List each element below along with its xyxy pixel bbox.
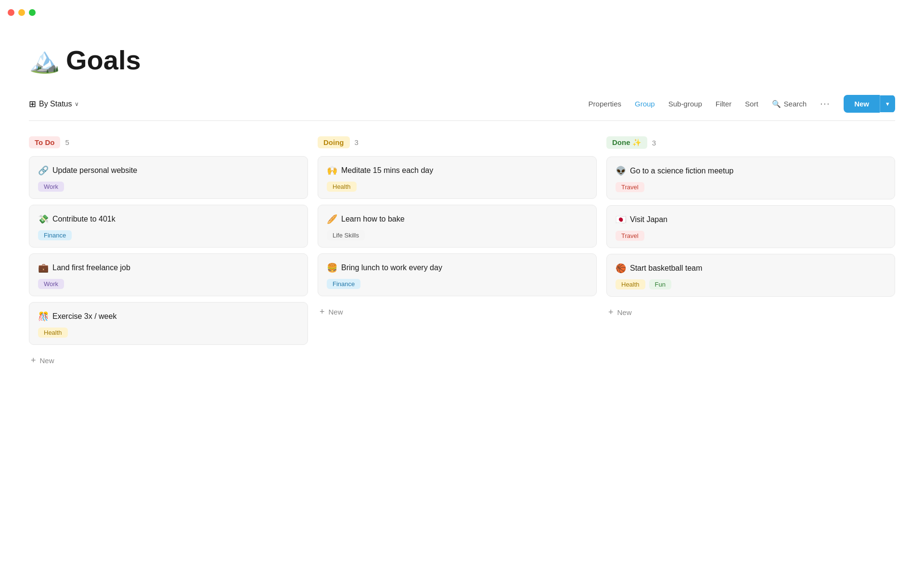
- card-title: 🙌Meditate 15 mins each day: [327, 165, 588, 176]
- card-tags: Travel: [616, 231, 886, 241]
- card-title: 🎊Exercise 3x / week: [38, 311, 299, 322]
- card-tag: Fun: [649, 279, 671, 289]
- card-emoji: 🙌: [327, 165, 337, 176]
- card[interactable]: 👽Go to a science fiction meetupTravel: [606, 157, 895, 199]
- card-tag: Travel: [616, 231, 644, 241]
- card[interactable]: 🍔Bring lunch to work every dayFinance: [318, 253, 597, 296]
- card[interactable]: 🥖Learn how to bakeLife Skills: [318, 205, 597, 248]
- card[interactable]: 🏀Start basketball teamHealthFun: [606, 254, 895, 297]
- card-tag: Finance: [38, 230, 72, 240]
- new-button-group[interactable]: New ▾: [844, 95, 895, 113]
- card-tag: Health: [38, 328, 68, 338]
- close-dot[interactable]: [8, 9, 14, 16]
- board: To Do5🔗Update personal websiteWork💸Contr…: [29, 136, 895, 370]
- column-count-todo: 5: [65, 138, 69, 146]
- group-button[interactable]: Group: [635, 100, 655, 108]
- card-emoji: 💸: [38, 214, 49, 224]
- card[interactable]: 💼Land first freelance jobWork: [29, 253, 308, 296]
- subgroup-button[interactable]: Sub-group: [668, 100, 702, 108]
- sort-button[interactable]: Sort: [745, 100, 758, 108]
- by-status-label[interactable]: By Status: [39, 100, 72, 108]
- add-icon: +: [320, 307, 325, 317]
- card-tags: Finance: [38, 230, 299, 240]
- status-badge-todo: To Do: [29, 136, 60, 148]
- column-header-todo: To Do5: [29, 136, 308, 148]
- add-new-label: New: [329, 308, 343, 316]
- card-title-text: Meditate 15 mins each day: [341, 166, 433, 175]
- card-title-text: Contribute to 401k: [52, 215, 116, 223]
- column-done: Done ✨3👽Go to a science fiction meetupTr…: [606, 136, 895, 370]
- card-title: 🍔Bring lunch to work every day: [327, 263, 588, 273]
- card-tag: Health: [327, 182, 357, 192]
- card[interactable]: 🔗Update personal websiteWork: [29, 156, 308, 199]
- card[interactable]: 💸Contribute to 401kFinance: [29, 205, 308, 248]
- minimize-dot[interactable]: [18, 9, 25, 16]
- card-title: 💸Contribute to 401k: [38, 214, 299, 224]
- card-tag: Life Skills: [327, 230, 365, 240]
- card-tags: Work: [38, 182, 299, 192]
- card-title-text: Exercise 3x / week: [52, 312, 116, 321]
- card-title: 🏀Start basketball team: [616, 263, 886, 274]
- maximize-dot[interactable]: [29, 9, 36, 16]
- card-title: 🇯🇵Visit Japan: [616, 214, 886, 225]
- column-doing: Doing3🙌Meditate 15 mins each dayHealth🥖L…: [318, 136, 606, 370]
- card-tag: Health: [616, 279, 645, 289]
- search-button[interactable]: 🔍 Search: [772, 100, 807, 108]
- by-status-chevron-icon[interactable]: ∨: [75, 101, 79, 107]
- toolbar-right: Properties Group Sub-group Filter Sort 🔍…: [589, 95, 895, 113]
- page-title: Goals: [66, 44, 141, 76]
- card-emoji: 🎊: [38, 311, 49, 322]
- add-new-doing[interactable]: +New: [318, 302, 597, 322]
- card-title-text: Bring lunch to work every day: [341, 263, 442, 272]
- column-header-done: Done ✨3: [606, 136, 895, 149]
- card-title: 👽Go to a science fiction meetup: [616, 166, 886, 176]
- column-count-doing: 3: [355, 138, 359, 146]
- card-title-text: Start basketball team: [630, 264, 702, 273]
- card-emoji: 🥖: [327, 214, 337, 224]
- add-new-done[interactable]: +New: [606, 302, 895, 322]
- add-new-todo[interactable]: +New: [29, 351, 308, 370]
- card-title-text: Visit Japan: [630, 215, 667, 224]
- card-title-text: Learn how to bake: [341, 215, 405, 223]
- card-tags: Health: [327, 182, 588, 192]
- card-tag: Work: [38, 182, 64, 192]
- card-tag: Finance: [327, 279, 360, 289]
- card-tags: Health: [38, 328, 299, 338]
- card[interactable]: 🎊Exercise 3x / weekHealth: [29, 302, 308, 345]
- card-tags: Life Skills: [327, 230, 588, 240]
- card-title: 🔗Update personal website: [38, 165, 299, 176]
- search-label[interactable]: Search: [784, 100, 807, 108]
- add-icon: +: [31, 355, 36, 366]
- column-todo: To Do5🔗Update personal websiteWork💸Contr…: [29, 136, 318, 370]
- new-button[interactable]: New: [844, 95, 880, 113]
- more-options-button[interactable]: ···: [820, 99, 830, 109]
- card-title: 🥖Learn how to bake: [327, 214, 588, 224]
- card-emoji: 👽: [616, 166, 626, 176]
- filter-button[interactable]: Filter: [716, 100, 732, 108]
- properties-button[interactable]: Properties: [589, 100, 621, 108]
- card-tags: Finance: [327, 279, 588, 289]
- card-emoji: 🏀: [616, 263, 626, 274]
- page-title-row: 🏔️ Goals: [29, 44, 895, 76]
- card[interactable]: 🇯🇵Visit JapanTravel: [606, 205, 895, 248]
- add-new-label: New: [40, 356, 54, 365]
- add-new-label: New: [617, 308, 632, 316]
- column-count-done: 3: [652, 139, 656, 147]
- new-dropdown-button[interactable]: ▾: [880, 95, 895, 112]
- status-badge-doing: Doing: [318, 136, 350, 148]
- card-title-text: Update personal website: [52, 166, 137, 175]
- page-emoji: 🏔️: [29, 45, 60, 75]
- card-title-text: Go to a science fiction meetup: [630, 167, 733, 175]
- card-tags: HealthFun: [616, 279, 886, 289]
- card-emoji: 🔗: [38, 165, 49, 176]
- card-title: 💼Land first freelance job: [38, 263, 299, 273]
- card-tag: Work: [38, 279, 64, 289]
- card[interactable]: 🙌Meditate 15 mins each dayHealth: [318, 156, 597, 199]
- search-icon: 🔍: [772, 100, 781, 108]
- board-icon: ⊞: [29, 99, 36, 109]
- page-content: 🏔️ Goals ⊞ By Status ∨ Properties Group …: [0, 25, 924, 390]
- card-emoji: 🇯🇵: [616, 214, 626, 225]
- status-badge-done: Done ✨: [606, 136, 647, 149]
- titlebar: [0, 0, 924, 25]
- column-header-doing: Doing3: [318, 136, 597, 148]
